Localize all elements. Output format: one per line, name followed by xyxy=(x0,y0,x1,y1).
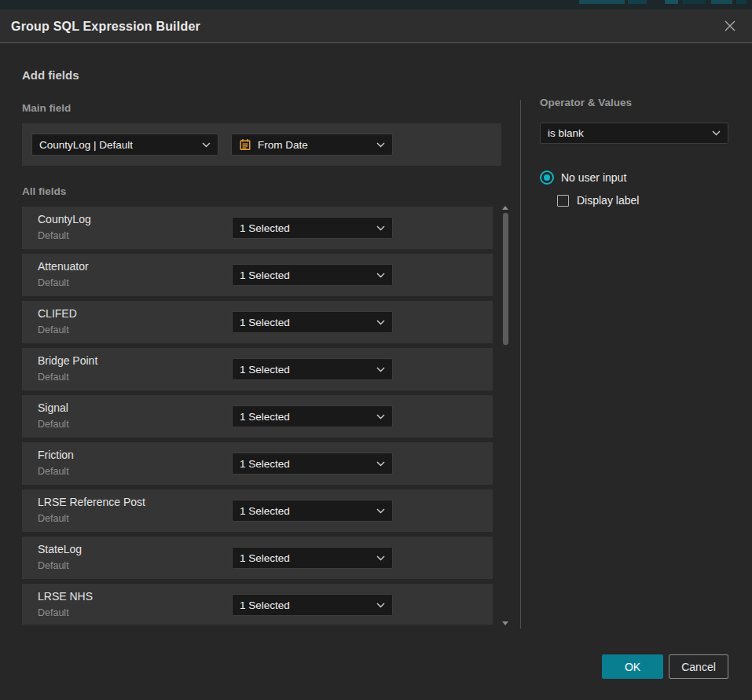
chevron-down-icon xyxy=(712,130,721,136)
background-fragment xyxy=(628,0,647,4)
selection-value: 1 Selected xyxy=(240,269,290,281)
field-selection-dropdown[interactable]: 1 Selected xyxy=(232,358,393,380)
layer-source-value: CountyLog | Default xyxy=(39,139,133,151)
main-field-dropdown[interactable]: From Date xyxy=(231,134,393,156)
field-selection-dropdown[interactable]: 1 Selected xyxy=(232,453,393,475)
layer-source-dropdown[interactable]: CountyLog | Default xyxy=(31,134,218,156)
chevron-down-icon xyxy=(202,142,211,148)
main-field-bar: CountyLog | Default From Date xyxy=(22,123,501,166)
selection-value: 1 Selected xyxy=(240,364,290,376)
all-fields-list: CountyLog Default 1 Selected Attenuator … xyxy=(22,207,493,625)
no-user-input-radio[interactable]: No user input xyxy=(540,170,626,185)
chevron-down-icon xyxy=(376,414,385,420)
field-row-bridge-point: Bridge Point Default 1 Selected xyxy=(22,348,493,390)
field-row-statelog: StateLog Default 1 Selected xyxy=(22,537,493,579)
field-name: Friction xyxy=(38,449,74,461)
operator-value: is blank xyxy=(548,127,584,139)
field-row-attenuator: Attenuator Default 1 Selected xyxy=(22,254,493,296)
close-icon xyxy=(723,19,737,35)
dialog-titlebar: Group SQL Expression Builder xyxy=(0,9,752,43)
chevron-down-icon xyxy=(376,273,385,278)
chevron-down-icon xyxy=(376,225,385,231)
field-name: Attenuator xyxy=(38,260,89,273)
ok-button[interactable]: OK xyxy=(602,654,663,679)
field-selection-dropdown[interactable]: 1 Selected xyxy=(232,547,393,569)
field-name: CountyLog xyxy=(38,213,91,225)
field-source: Default xyxy=(38,230,69,241)
panel-divider xyxy=(520,100,521,629)
field-selection-dropdown[interactable]: 1 Selected xyxy=(232,264,393,286)
selection-value: 1 Selected xyxy=(240,599,290,611)
chevron-down-icon xyxy=(376,461,385,467)
field-selection-dropdown[interactable]: 1 Selected xyxy=(232,217,393,239)
field-source: Default xyxy=(38,607,69,618)
field-name: LRSE NHS xyxy=(38,590,93,603)
display-label-checkbox[interactable]: Display label xyxy=(557,194,639,207)
field-row-signal: Signal Default 1 Selected xyxy=(22,395,493,438)
selection-value: 1 Selected xyxy=(240,458,290,470)
field-selection-dropdown[interactable]: 1 Selected xyxy=(232,405,393,427)
selection-value: 1 Selected xyxy=(240,505,290,517)
screen: Group SQL Expression Builder Add fields … xyxy=(0,0,752,700)
field-name: CLIFED xyxy=(38,307,77,320)
background-fragment xyxy=(711,0,732,4)
chevron-down-icon xyxy=(376,367,385,372)
no-user-input-label: No user input xyxy=(561,171,626,184)
selection-value: 1 Selected xyxy=(240,222,290,234)
main-field-value: From Date xyxy=(258,139,308,151)
selection-value: 1 Selected xyxy=(240,317,290,328)
field-name: StateLog xyxy=(38,543,82,555)
field-name: Signal xyxy=(38,401,68,414)
field-source: Default xyxy=(38,372,69,383)
background-fragment xyxy=(683,0,706,4)
field-name: Bridge Point xyxy=(38,354,97,367)
field-row-lrse-reference-post: LRSE Reference Post Default 1 Selected xyxy=(22,489,493,532)
checkbox-unchecked-icon xyxy=(557,195,569,207)
scrollbar-down-arrow-icon[interactable] xyxy=(502,621,508,625)
selection-value: 1 Selected xyxy=(240,411,290,423)
chevron-down-icon xyxy=(376,603,385,608)
field-row-lrse-nhs: LRSE NHS Default 1 Selected xyxy=(22,584,493,625)
field-source: Default xyxy=(38,277,69,288)
background-fragment xyxy=(579,0,625,4)
display-label-text: Display label xyxy=(577,194,639,207)
dialog-title: Group SQL Expression Builder xyxy=(11,9,200,43)
field-row-friction: Friction Default 1 Selected xyxy=(22,442,493,485)
background-fragment xyxy=(736,0,746,4)
chevron-down-icon xyxy=(376,320,385,325)
chevron-down-icon xyxy=(376,555,385,561)
radio-selected-icon xyxy=(540,170,554,185)
add-fields-heading: Add fields xyxy=(22,68,79,82)
scrollbar-up-arrow-icon[interactable] xyxy=(502,206,508,210)
field-source: Default xyxy=(38,513,69,524)
background-fragment xyxy=(665,0,678,4)
main-field-label: Main field xyxy=(22,102,71,114)
calendar-date-icon xyxy=(239,138,251,151)
selection-value: 1 Selected xyxy=(240,552,290,564)
field-row-clifed: CLIFED Default 1 Selected xyxy=(22,301,493,343)
all-fields-label: All fields xyxy=(22,185,66,197)
field-name: LRSE Reference Post xyxy=(38,496,145,508)
field-source: Default xyxy=(38,560,69,571)
scrollbar-thumb[interactable] xyxy=(503,213,508,345)
field-source: Default xyxy=(38,419,69,430)
operator-values-heading: Operator & Values xyxy=(540,97,632,108)
field-row-countylog: CountyLog Default 1 Selected xyxy=(22,207,493,249)
field-selection-dropdown[interactable]: 1 Selected xyxy=(232,311,393,333)
cancel-button[interactable]: Cancel xyxy=(669,654,728,679)
background-app-strip xyxy=(0,0,752,9)
field-selection-dropdown[interactable]: 1 Selected xyxy=(232,500,393,522)
chevron-down-icon xyxy=(376,142,385,148)
chevron-down-icon xyxy=(376,508,385,514)
close-button[interactable] xyxy=(717,14,743,39)
field-source: Default xyxy=(38,466,69,477)
field-selection-dropdown[interactable]: 1 Selected xyxy=(232,594,393,616)
field-source: Default xyxy=(38,324,69,335)
operator-dropdown[interactable]: is blank xyxy=(540,123,728,144)
